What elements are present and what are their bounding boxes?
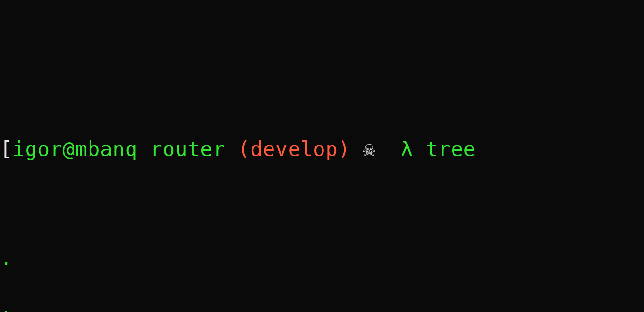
- tree-output: . ├── index.js └── routes ├── index.js ├…: [0, 210, 644, 312]
- tree-line: .: [0, 242, 644, 274]
- prompt-separator: [351, 137, 363, 161]
- prompt-lambda: λ: [401, 137, 413, 161]
- prompt-branch-open: (: [238, 137, 250, 161]
- prompt-branch-name: develop: [251, 137, 338, 161]
- prompt-separator: [376, 137, 401, 161]
- prompt-separator: [225, 137, 238, 161]
- skull-icon: ☠: [363, 133, 375, 165]
- shell-prompt[interactable]: [igor@mbanq router (develop) ☠ λ tree: [0, 133, 644, 165]
- prompt-bracket: [: [0, 137, 12, 161]
- tree-entry-root: .: [0, 247, 12, 270]
- prompt-cwd: router: [150, 137, 225, 161]
- prompt-command: tree: [426, 137, 476, 161]
- prompt-separator: [138, 137, 150, 161]
- prompt-user-host: igor@mbanq: [12, 137, 138, 161]
- prompt-separator: [413, 137, 426, 161]
- prompt-branch-close: ): [338, 137, 351, 161]
- tree-line: ├── index.js: [0, 307, 644, 312]
